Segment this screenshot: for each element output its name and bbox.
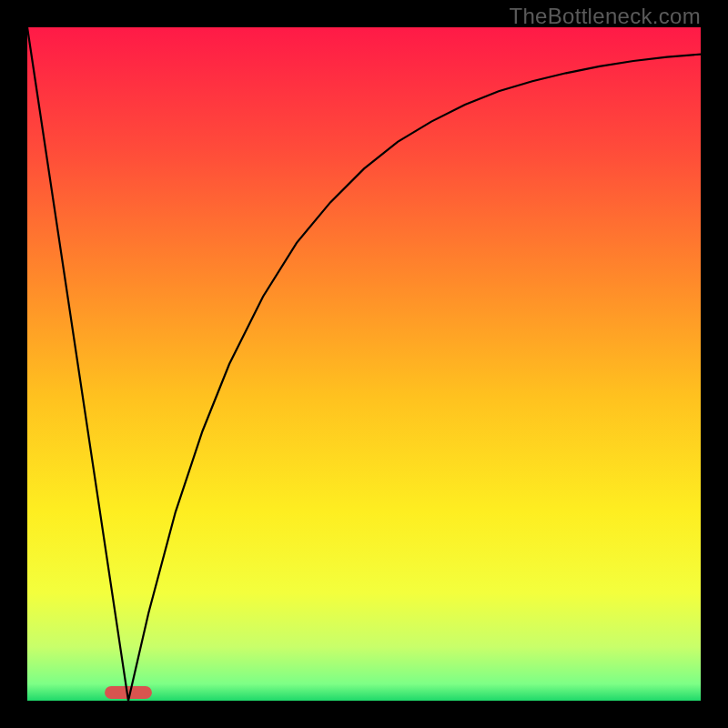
chart-svg xyxy=(27,27,701,701)
chart-frame: TheBottleneck.com xyxy=(0,0,728,728)
gradient-background xyxy=(27,27,701,701)
watermark-text: TheBottleneck.com xyxy=(509,4,701,29)
plot-area xyxy=(27,27,701,701)
